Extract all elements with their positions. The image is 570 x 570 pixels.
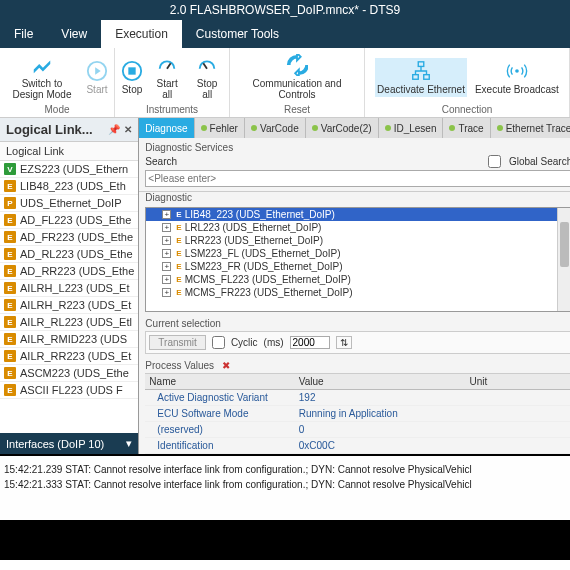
svg-rect-2 [128,67,135,74]
search-input[interactable] [145,170,570,187]
start-label: Start [86,84,107,95]
interfaces-footer[interactable]: Interfaces (DoIP 10) ▾ [0,433,138,454]
tab-id_lesen[interactable]: ID_Lesen [379,118,444,138]
global-search-label: Global Search [509,156,570,167]
list-item[interactable]: EAD_FL223 (UDS_Ethe [0,212,138,229]
col-unit[interactable]: Unit [466,374,570,389]
comm-button[interactable]: Communication and Controls [236,54,358,100]
current-selection-label: Current selection [145,318,570,329]
diagnostic-tree[interactable]: +E LIB48_223 (UDS_Ethernet_DoIP)+E LRL22… [145,207,570,312]
tab-ethernet trace[interactable]: Ethernet Trace [491,118,570,138]
comm-label: Communication and Controls [236,78,358,100]
pin-icon[interactable]: 📌 [108,124,120,135]
startall-button[interactable]: Start all [151,54,183,100]
window-title: 2.0 FLASHBROWSER_DoIP.mncx* - DTS9 [0,0,570,20]
list-item[interactable]: EAILRH_R223 (UDS_Et [0,297,138,314]
play-icon [86,60,108,82]
lp-subheader: Logical Link [0,142,138,161]
tree-item[interactable]: +E LRR223 (UDS_Ethernet_DoIP) [146,234,570,247]
transmit-button[interactable]: Transmit [149,335,206,350]
tab-varcode(2)[interactable]: VarCode(2) [306,118,379,138]
list-item[interactable]: EAD_FR223 (UDS_Ethe [0,229,138,246]
tab-bar: DiagnoseFehlerVarCodeVarCode(2)ID_LesenT… [139,118,570,138]
design-mode-button[interactable]: Switch to Design Mode [6,54,78,100]
tree-item[interactable]: +E LIB48_223 (UDS_Ethernet_DoIP) [146,208,570,221]
menu-execution[interactable]: Execution [101,20,182,48]
global-search-checkbox[interactable] [488,155,501,168]
process-values-table: Name Value Unit Active Diagnostic Varian… [145,373,570,454]
stop-label: Stop [122,84,143,95]
lp-title: Logical Link... [6,122,93,137]
logical-link-pane: Logical Link... 📌✕ Logical Link VEZS223 … [0,118,139,454]
svg-rect-6 [413,74,419,79]
exec-label: Execute Broadcast [475,84,559,95]
svg-point-8 [515,69,519,73]
exec-broadcast-button[interactable]: Execute Broadcast [475,60,559,95]
pin-pv-icon[interactable]: ✖ [222,360,230,371]
deact-label: Deactivate Ethernet [377,84,465,95]
logical-link-list[interactable]: VEZS223 (UDS_EthernELIB48_223 (UDS_EthPU… [0,161,138,433]
list-item[interactable]: VEZS223 (UDS_Ethern [0,161,138,178]
conn-label: Connection [442,104,493,115]
stop-button[interactable]: Stop [121,60,143,95]
gauge-icon [156,54,178,76]
table-row[interactable]: Identification0xC00C [145,438,570,454]
list-item[interactable]: ELIB48_223 (UDS_Eth [0,178,138,195]
table-row[interactable]: (reserved)0 [145,422,570,438]
deactivate-eth-button[interactable]: Deactivate Ethernet [375,58,467,97]
process-values-label: Process Values [145,360,214,371]
menu-bar: File View Execution Customer Tools [0,20,570,48]
table-row[interactable]: Active Diagnostic Variant192 [145,390,570,406]
ms-input[interactable] [290,336,330,349]
tab-fehler[interactable]: Fehler [195,118,245,138]
svg-rect-5 [418,61,424,66]
mode-group-label: Mode [44,104,69,115]
list-item[interactable]: EAILR_RR223 (UDS_Et [0,348,138,365]
list-item[interactable]: EAD_RR223 (UDS_Ethe [0,263,138,280]
stopall-label: Stop all [191,78,223,100]
list-item[interactable]: PUDS_Ethernet_DoIP [0,195,138,212]
tree-item[interactable]: +E MCMS_FR223 (UDS_Ethernet_DoIP) [146,286,570,299]
interfaces-label: Interfaces (DoIP 10) [6,438,104,450]
stopall-button[interactable]: Stop all [191,54,223,100]
list-item[interactable]: EAILRH_L223 (UDS_Et [0,280,138,297]
tree-item[interactable]: +E LSM223_FR (UDS_Ethernet_DoIP) [146,260,570,273]
ms-label: (ms) [264,337,284,348]
tab-trace[interactable]: Trace [443,118,490,138]
table-row[interactable]: ECU Software ModeRunning in Application [145,406,570,422]
cyclic-checkbox[interactable] [212,336,225,349]
diagnostic-label: Diagnostic [139,192,570,203]
gauge2-icon [196,54,218,76]
cyclic-label: Cyclic [231,337,258,348]
tab-varcode[interactable]: VarCode [245,118,306,138]
chevron-down-icon: ▾ [126,437,132,450]
stepper-icon[interactable]: ⇅ [336,336,352,349]
svg-line-3 [167,63,171,68]
tree-item[interactable]: +E LSM223_FL (UDS_Ethernet_DoIP) [146,247,570,260]
startall-label: Start all [151,78,183,100]
svg-line-4 [203,63,207,68]
list-item[interactable]: EAD_RL223 (UDS_Ethe [0,246,138,263]
list-item[interactable]: EASCII FL223 (UDS F [0,382,138,399]
log-console[interactable]: 15:42:21.239 STAT: Cannot resolve interf… [0,454,570,520]
list-item[interactable]: EAILR_RMID223 (UDS [0,331,138,348]
diag-services-label: Diagnostic Services [145,142,570,153]
instruments-label: Instruments [146,104,198,115]
tree-item[interactable]: +E LRL223 (UDS_Ethernet_DoIP) [146,221,570,234]
search-label: Search [145,156,177,167]
tree-item[interactable]: +E MCMS_FL223 (UDS_Ethernet_DoIP) [146,273,570,286]
col-name[interactable]: Name [145,374,294,389]
menu-customer[interactable]: Customer Tools [182,20,293,48]
tab-diagnose[interactable]: Diagnose [139,118,194,138]
close-icon[interactable]: ✕ [124,124,132,135]
list-item[interactable]: EASCM223 (UDS_Ethe [0,365,138,382]
list-item[interactable]: EAILR_RL223 (UDS_Etl [0,314,138,331]
col-value[interactable]: Value [295,374,466,389]
tree-scrollbar[interactable] [557,208,570,311]
broadcast-icon [506,60,528,82]
menu-view[interactable]: View [47,20,101,48]
center-pane: DiagnoseFehlerVarCodeVarCode(2)ID_LesenT… [139,118,570,454]
menu-file[interactable]: File [0,20,47,48]
start-button[interactable]: Start [86,60,108,95]
design-label: Switch to Design Mode [6,78,78,100]
